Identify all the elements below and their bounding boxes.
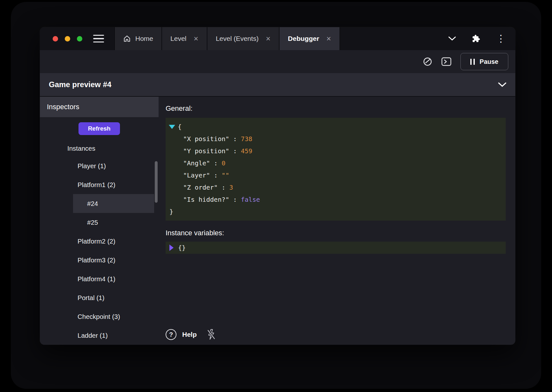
instance-tree-item[interactable]: Portal (1) [40, 288, 159, 307]
property-row: X position 738 [166, 133, 506, 145]
close-window-button[interactable] [53, 36, 58, 41]
property-key: Y position [183, 147, 241, 155]
close-brace: } [169, 208, 173, 215]
extensions-puzzle-icon[interactable] [472, 34, 480, 43]
instance-tree-item-label: Platform3 (2) [78, 256, 115, 264]
flash-off-icon[interactable] [206, 329, 216, 340]
chevron-down-icon[interactable] [448, 36, 456, 41]
refresh-button[interactable]: Refresh [78, 122, 120, 135]
instance-tree-item[interactable]: Checkpoint (3) [40, 307, 159, 326]
instance-tree-item[interactable]: Platform2 (2) [40, 232, 159, 251]
tab-close-icon[interactable]: ✕ [265, 35, 271, 42]
tab-close-icon[interactable]: ✕ [193, 35, 198, 42]
tab-level-events[interactable]: Level (Events) ✕ [207, 27, 280, 50]
preview-chevron-down-icon[interactable] [498, 82, 506, 87]
overflow-menu-icon[interactable]: ⋮ [496, 34, 506, 43]
property-key: Z order [183, 184, 229, 191]
instances-root-item[interactable]: Instances [40, 140, 159, 156]
pause-button[interactable]: Pause [460, 53, 508, 70]
tabs: Home Level ✕ Level (Events) ✕ Debugger ✕ [114, 27, 340, 50]
property-value[interactable]: 738 [241, 135, 252, 143]
console-icon[interactable] [441, 57, 451, 66]
main-menu-icon[interactable] [93, 35, 104, 43]
tab-home[interactable]: Home [114, 27, 162, 50]
instance-tree-item[interactable]: Platform1 (2) [40, 175, 159, 194]
instance-tree-item-label: Portal (1) [78, 294, 104, 302]
instance-tree-item-label: #24 [87, 200, 98, 207]
pause-icon [470, 59, 475, 65]
instance-variables-panel: {} [166, 242, 506, 254]
help-row: ? Help [166, 329, 216, 340]
property-row: Y position 459 [166, 145, 506, 157]
instance-variables-value: {} [178, 244, 186, 252]
inspectors-sidebar: Inspectors Refresh Instances Player (1) … [40, 97, 159, 345]
game-preview-header[interactable]: Game preview #4 [40, 73, 515, 97]
instance-tree-item[interactable]: Ladder (1) [40, 326, 159, 345]
window-controls [40, 27, 91, 50]
instance-tree-item[interactable]: #25 [73, 213, 154, 232]
property-value[interactable]: "" [221, 171, 229, 179]
profiler-icon[interactable] [423, 57, 432, 66]
instances-tree: Player (1) Platform1 (2) #24 #25 [40, 156, 159, 345]
minimize-window-button[interactable] [65, 36, 70, 41]
general-properties-panel: { X position 738 Y position 459 [166, 118, 506, 221]
property-key: Angle [183, 159, 221, 167]
property-value[interactable]: 459 [241, 147, 252, 155]
expand-triangle-icon[interactable] [169, 245, 174, 251]
property-key: X position [183, 135, 241, 143]
tab-bar-actions: ⋮ [448, 27, 515, 50]
instance-tree-item-label: Platform2 (2) [78, 237, 115, 245]
inspector-panel: General: { X position 738 Y posi [159, 97, 515, 345]
instance-tree-item-label: Ladder (1) [78, 332, 108, 339]
help-icon[interactable]: ? [166, 329, 176, 340]
json-open-line: { [166, 121, 506, 133]
instance-tree-item-label: #25 [87, 219, 98, 226]
instance-tree-item[interactable]: #24 [73, 194, 154, 213]
property-row: Z order 3 [166, 181, 506, 193]
instance-tree-item[interactable]: Player (1) [40, 156, 159, 175]
instance-variables-label: Instance variables: [166, 229, 506, 237]
game-preview-title: Game preview #4 [49, 80, 111, 89]
json-close-line: } [166, 206, 506, 218]
property-value[interactable]: 0 [221, 159, 225, 167]
tab-label: Home [135, 35, 153, 42]
instance-tree-item-label: Player (1) [78, 162, 106, 170]
tab-label: Level (Events) [216, 35, 258, 42]
debugger-toolbar: Pause [40, 50, 515, 73]
debugger-content: Inspectors Refresh Instances Player (1) … [40, 97, 515, 345]
instance-tree-item-label: Platform1 (2) [78, 181, 115, 189]
tab-close-icon[interactable]: ✕ [326, 35, 331, 42]
property-value[interactable]: 3 [229, 184, 233, 191]
property-key: Layer [183, 171, 221, 179]
instance-tree-item[interactable]: Platform3 (2) [40, 251, 159, 269]
general-section-label: General: [166, 104, 506, 113]
help-label[interactable]: Help [182, 331, 197, 338]
tab-level[interactable]: Level ✕ [162, 27, 207, 50]
property-row: Is hidden? false [166, 193, 506, 206]
tab-bar: Home Level ✕ Level (Events) ✕ Debugger ✕ [40, 27, 515, 50]
sidebar-scrollbar-thumb[interactable] [155, 161, 158, 203]
inspectors-header: Inspectors [40, 97, 159, 117]
instance-tree-item[interactable]: Platform4 (1) [40, 269, 159, 288]
instance-tree-item-label: Platform4 (1) [78, 275, 115, 283]
property-row: Angle 0 [166, 157, 506, 169]
pause-button-label: Pause [480, 58, 498, 65]
property-key: Is hidden? [183, 196, 241, 203]
home-icon [123, 35, 131, 42]
collapse-triangle-icon[interactable] [169, 125, 175, 129]
open-brace: { [178, 123, 182, 131]
property-list: X position 738 Y position 459 Angle 0 [166, 133, 506, 206]
instance-tree-item-label: Checkpoint (3) [78, 313, 120, 320]
app-window: Home Level ✕ Level (Events) ✕ Debugger ✕ [40, 27, 515, 345]
tab-label: Level [170, 35, 186, 42]
zoom-window-button[interactable] [77, 36, 82, 41]
tab-label: Debugger [288, 35, 319, 42]
property-row: Layer "" [166, 169, 506, 181]
property-value[interactable]: false [241, 196, 260, 203]
tab-debugger[interactable]: Debugger ✕ [280, 27, 340, 50]
